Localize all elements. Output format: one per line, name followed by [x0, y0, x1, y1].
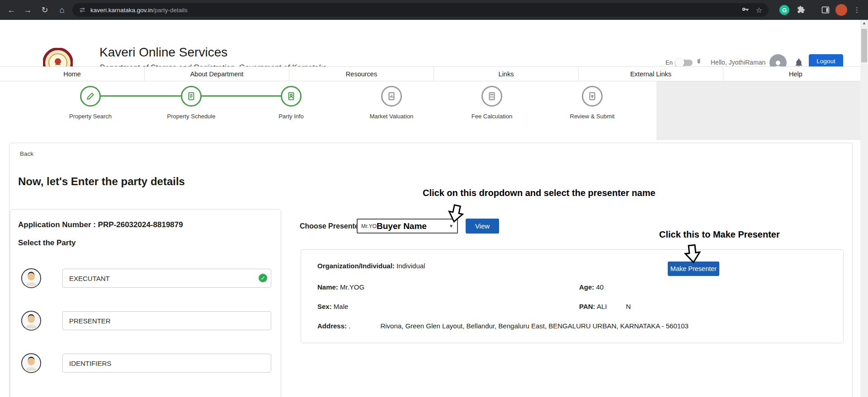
identifiers-avatar-icon [21, 353, 42, 374]
chevron-down-icon: ▼ [449, 224, 453, 229]
schedule-document-icon [186, 91, 196, 101]
presenter-dropdown-value: Mr.YO [361, 223, 377, 229]
address-label: Address: [317, 322, 347, 330]
step-label-market-valuation: Market Valuation [351, 113, 432, 120]
organization-value: Individual [396, 262, 425, 270]
step-property-schedule[interactable] [181, 86, 202, 107]
side-panel-icon[interactable] [821, 5, 830, 14]
age-value: 40 [596, 283, 604, 291]
grammarly-extension-icon[interactable]: G [779, 5, 789, 15]
browser-refresh-icon[interactable]: ↻ [38, 3, 52, 17]
user-greeting: Hello, JyothiRaman [711, 59, 765, 66]
scrollbar-up-arrow[interactable]: ▲ [860, 21, 868, 25]
step-label-fee-calculation: Fee Calculation [451, 113, 533, 120]
select-party-label: Select the Party [18, 238, 76, 248]
browser-home-icon[interactable]: ⌂ [55, 3, 69, 17]
presenter-dropdown[interactable]: Mr.YO Buyer Name ▼ [357, 219, 458, 234]
organization-label: Organization/Individual: [317, 262, 395, 270]
browser-back-icon[interactable]: ← [5, 3, 18, 17]
application-number: Application Number : PRP-26032024-881987… [18, 220, 183, 229]
detail-name: Name: Mr.YOG [317, 283, 364, 291]
app-title: Kaveri Online Services [99, 45, 227, 60]
site-header: Kaveri Online Services Department of Sta… [0, 20, 860, 66]
extensions-puzzle-icon[interactable] [797, 5, 806, 14]
name-value: Mr.YOG [340, 283, 364, 291]
browser-menu-icon[interactable]: ⋮ [854, 5, 860, 15]
nav-item-links[interactable]: Links [434, 67, 579, 81]
password-key-icon[interactable] [741, 6, 750, 14]
nav-item-home[interactable]: Home [0, 67, 145, 81]
url-path: /party-details [153, 7, 188, 14]
page-scrollbar[interactable] [860, 20, 868, 397]
pan-value-start: ALI [597, 303, 607, 310]
pan-value-end: N [626, 303, 631, 310]
valuation-chart-icon [387, 91, 396, 101]
party-person-icon [286, 91, 296, 101]
party-item-label: EXECUTANT [69, 275, 110, 282]
party-item-executant[interactable]: EXECUTANT [62, 269, 271, 288]
sex-label: Sex: [317, 303, 332, 310]
page-heading: Now, let's Enter the party details [18, 175, 185, 188]
annotation-arrow-make-presenter [681, 243, 704, 265]
nav-item-resources[interactable]: Resources [289, 67, 434, 81]
language-en-label: En [665, 59, 673, 66]
nav-item-about-department[interactable]: About Department [145, 67, 289, 81]
language-toggle[interactable] [676, 60, 693, 66]
back-link[interactable]: Back [20, 150, 33, 157]
pencil-icon [85, 91, 95, 101]
toggle-knob [675, 58, 684, 67]
step-party-info[interactable] [281, 86, 302, 107]
party-item-label: PRESENTER [69, 317, 111, 325]
step-label-property-search: Property Search [50, 113, 131, 120]
browser-forward-icon[interactable]: → [21, 3, 34, 17]
step-review-submit [582, 86, 603, 107]
executant-avatar-icon [21, 268, 42, 289]
step-fee-calculation [481, 86, 502, 107]
party-item-label: IDENTIFIERS [69, 360, 111, 367]
step-label-property-schedule: Property Schedule [151, 113, 232, 120]
submit-upload-icon [587, 91, 597, 101]
browser-profile-avatar[interactable] [835, 4, 847, 16]
annotation-dropdown-hint: Click on this dropdown and select the pr… [423, 188, 656, 198]
address-value: Rivona, Green Glen Layout, Bellandur, Be… [380, 322, 688, 330]
step-property-search[interactable] [80, 86, 101, 107]
step-label-review-submit: Review & Submit [552, 113, 633, 120]
step-market-valuation [381, 86, 402, 107]
scrollbar-thumb[interactable] [861, 29, 867, 62]
step-label-party-info: Party Info [250, 113, 332, 120]
annotation-make-presenter-hint: Click this to Make Presenter [659, 229, 780, 240]
url-text[interactable]: kaveri.karnataka.gov.in/party-details [90, 7, 188, 14]
detail-age: Age: 40 [579, 283, 604, 291]
detail-sex: Sex: Male [317, 303, 348, 310]
choose-presenter-label: Choose Presenter [300, 222, 362, 230]
view-button[interactable]: View [466, 219, 499, 234]
page: ← → ↻ ⌂ kaveri.karnataka.gov.in/party-de… [0, 0, 868, 397]
address-prefix: . [349, 322, 350, 330]
age-label: Age: [579, 283, 594, 291]
pan-label: PAN: [579, 303, 595, 310]
party-item-presenter[interactable]: PRESENTER [62, 311, 271, 330]
calculator-icon [487, 91, 497, 101]
sex-value: Male [334, 303, 349, 310]
annotation-dropdown-overlay: Buyer Name [377, 221, 427, 231]
site-info-icon[interactable] [79, 6, 86, 14]
nav-item-help[interactable]: Help [723, 67, 868, 81]
executant-complete-check-icon: ✓ [259, 274, 267, 282]
main-navigation: Home About Department Resources Links Ex… [0, 66, 868, 81]
party-item-identifiers[interactable]: IDENTIFIERS [62, 354, 271, 373]
browser-toolbar: ← → ↻ ⌂ kaveri.karnataka.gov.in/party-de… [0, 0, 868, 20]
language-kannada-label: ಕ [697, 57, 700, 65]
stepper-background-fill [656, 81, 860, 140]
address-bar[interactable]: kaveri.karnataka.gov.in/party-details ☆ [72, 3, 769, 17]
detail-pan: PAN: ALIN [579, 303, 631, 310]
detail-organization: Organization/Individual: Individual [317, 262, 425, 270]
url-host: kaveri.karnataka.gov.in [90, 7, 153, 14]
detail-address: Address: .Rivona, Green Glen Layout, Bel… [317, 322, 689, 330]
name-label: Name: [317, 283, 338, 291]
bookmark-star-icon[interactable]: ☆ [756, 6, 762, 14]
presenter-avatar-icon [21, 310, 42, 331]
nav-item-external-links[interactable]: External Links [579, 67, 723, 81]
